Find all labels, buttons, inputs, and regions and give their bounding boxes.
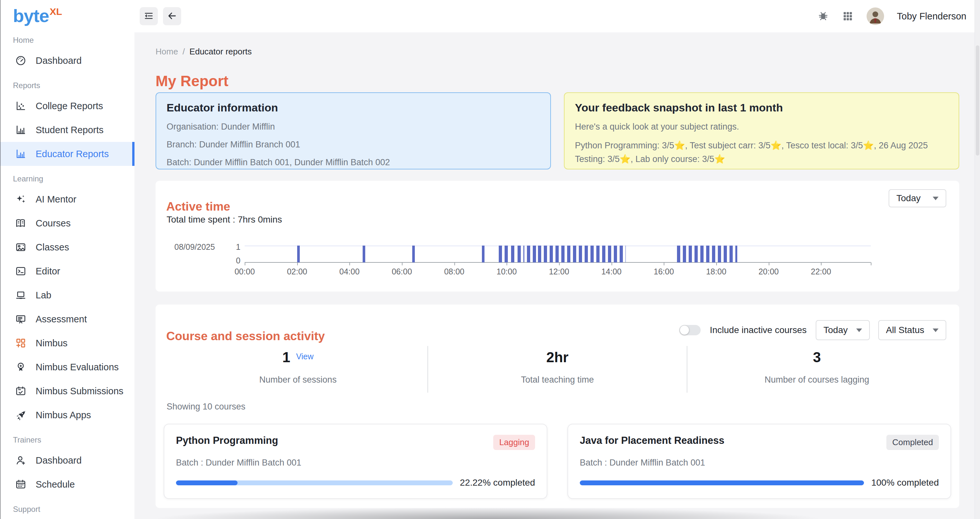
activity-bar-interval xyxy=(538,246,626,262)
active-time-range-value: Today xyxy=(896,193,921,203)
course-activity-title: Course and session activity xyxy=(166,330,325,343)
sidebar-item-label: Courses xyxy=(36,218,71,229)
topbar-right-cluster: Toby Flenderson xyxy=(817,0,966,32)
x-axis-tick xyxy=(769,262,769,265)
y-axis-label-0: 0 xyxy=(226,256,240,265)
sidebar-item-learning-courses[interactable]: Courses xyxy=(0,211,135,235)
image-person-icon xyxy=(15,241,27,253)
brand-name: byte xyxy=(13,5,49,26)
toggle-knob xyxy=(680,325,689,335)
total-time-label: Total time spent : 7hrs 0mins xyxy=(167,214,282,225)
stats-row: 1ViewNumber of sessions2hrTotal teaching… xyxy=(169,346,946,393)
view-sessions-link[interactable]: View xyxy=(296,352,314,361)
today-dropdown[interactable]: Today xyxy=(816,320,870,340)
x-axis-tick xyxy=(559,262,560,265)
sidebar-item-learning-editor[interactable]: Editor xyxy=(0,259,135,283)
x-axis-tick xyxy=(611,262,612,265)
calendar-check-icon xyxy=(15,385,27,397)
x-axis-label: 04:00 xyxy=(339,267,360,276)
stat-label: Number of courses lagging xyxy=(687,375,946,385)
sidebar-item-label: Assessment xyxy=(36,314,87,325)
today-value: Today xyxy=(824,325,848,335)
feedback-ratings: Python Programming: 3/5⭐, Test subject c… xyxy=(575,139,948,166)
sidebar-item-learning-ai-mentor[interactable]: AI Mentor xyxy=(0,187,135,211)
course-progress: 22.22% completed xyxy=(176,478,535,488)
x-axis-label: 00:00 xyxy=(235,267,255,276)
sidebar-item-trainers-dashboard[interactable]: Dashboard xyxy=(0,448,135,472)
x-axis-tick xyxy=(402,262,402,265)
activity-bar-interval xyxy=(499,246,509,262)
course-batch: Batch : Dunder Mifflin Batch 001 xyxy=(176,458,535,468)
person-plus-icon xyxy=(15,454,27,466)
x-axis-tick xyxy=(821,262,821,265)
feedback-subtitle: Here's a quick look at your subject rati… xyxy=(575,122,948,132)
educator-branch: Branch: Dunder Mifflin Branch 001 xyxy=(167,140,540,150)
topbar: Toby Flenderson xyxy=(135,0,975,32)
course-name: Java for Placement Readiness xyxy=(580,435,724,446)
sidebar-item-learning-nimbus-submissions[interactable]: Nimbus Submissions xyxy=(0,379,135,403)
back-button[interactable] xyxy=(163,7,181,25)
laptop-icon xyxy=(15,289,27,301)
course-card-python-programming[interactable]: Python ProgrammingLaggingBatch : Dunder … xyxy=(164,424,547,499)
user-name[interactable]: Toby Flenderson xyxy=(897,11,966,22)
nimbus-grid-icon xyxy=(15,337,27,349)
sidebar-item-learning-lab[interactable]: Lab xyxy=(0,283,135,307)
sidebar-item-reports-student-reports[interactable]: Student Reports xyxy=(0,118,135,142)
sidebar-item-reports-college-reports[interactable]: College Reports xyxy=(0,94,135,118)
activity-bar-interval xyxy=(363,246,365,262)
course-batch: Batch : Dunder Mifflin Batch 001 xyxy=(580,458,939,468)
active-time-range-dropdown[interactable]: Today xyxy=(889,189,946,207)
breadcrumb-home[interactable]: Home xyxy=(156,47,178,57)
activity-bar-interval xyxy=(482,246,485,262)
stat-value: 3 xyxy=(813,349,821,366)
brand-logo[interactable]: byteXL xyxy=(0,0,135,27)
x-axis-label: 16:00 xyxy=(654,267,674,276)
apps-grid-icon[interactable] xyxy=(842,10,854,22)
rocket-icon xyxy=(15,409,27,421)
avatar[interactable] xyxy=(867,8,884,25)
sidebar-item-reports-educator-reports[interactable]: Educator Reports xyxy=(0,142,135,166)
chevron-down-icon xyxy=(933,329,939,332)
sidebar-item-learning-nimbus[interactable]: Nimbus xyxy=(0,331,135,355)
sidebar-item-learning-classes[interactable]: Classes xyxy=(0,235,135,259)
back-arrow-icon xyxy=(167,11,177,22)
progress-label: 100% completed xyxy=(871,478,939,488)
stat-total-teaching-time: 2hrTotal teaching time xyxy=(428,346,687,393)
collapse-sidebar-button[interactable] xyxy=(140,7,158,25)
sidebar-item-label: Lab xyxy=(36,290,51,301)
x-axis-tick xyxy=(716,262,717,265)
gauge-icon xyxy=(15,55,27,67)
course-card-java-for-placement-readiness[interactable]: Java for Placement ReadinessCompletedBat… xyxy=(568,424,951,499)
activity-bar-interval xyxy=(297,246,300,262)
all-status-dropdown[interactable]: All Status xyxy=(878,320,946,340)
stat-label: Number of sessions xyxy=(169,375,428,385)
sidebar-item-learning-nimbus-evaluations[interactable]: Nimbus Evaluations xyxy=(0,355,135,379)
include-inactive-toggle[interactable] xyxy=(679,325,701,335)
collapse-sidebar-icon xyxy=(143,11,154,22)
sidebar-item-home-dashboard[interactable]: Dashboard xyxy=(0,49,135,73)
sidebar-item-label: AI Mentor xyxy=(36,194,76,205)
scrollbar[interactable] xyxy=(975,0,980,519)
stat-value: 2hr xyxy=(546,349,568,366)
sidebar-item-learning-nimbus-apps[interactable]: Nimbus Apps xyxy=(0,403,135,427)
active-time-chart: 08/09/2025 00:0002:0004:0006:0008:0010:0… xyxy=(174,242,946,287)
course-activity-controls: Include inactive courses TodayAll Status xyxy=(679,320,946,340)
include-inactive-label: Include inactive courses xyxy=(710,325,807,335)
sidebar-item-label: Nimbus xyxy=(36,338,67,349)
sidebar-item-trainers-schedule[interactable]: Schedule xyxy=(0,472,135,496)
educator-organisation: Organisation: Dunder Mifflin xyxy=(167,122,540,132)
status-badge: Completed xyxy=(886,435,939,450)
scatter-chart-icon xyxy=(15,100,27,112)
sidebar-item-learning-assessment[interactable]: Assessment xyxy=(0,307,135,331)
active-time-card: Active time Total time spent : 7hrs 0min… xyxy=(156,181,959,292)
showing-courses-label: Showing 10 courses xyxy=(167,402,245,412)
sidebar-section-label-home: Home xyxy=(13,36,121,45)
award-icon xyxy=(15,361,27,373)
presentation-icon xyxy=(15,313,27,325)
chevron-down-icon xyxy=(933,197,939,200)
stat-label: Total teaching time xyxy=(428,375,687,385)
bug-icon[interactable] xyxy=(817,10,829,22)
scrollbar-thumb[interactable] xyxy=(976,45,979,156)
open-book-icon xyxy=(15,217,27,229)
x-axis-tick xyxy=(349,262,350,265)
